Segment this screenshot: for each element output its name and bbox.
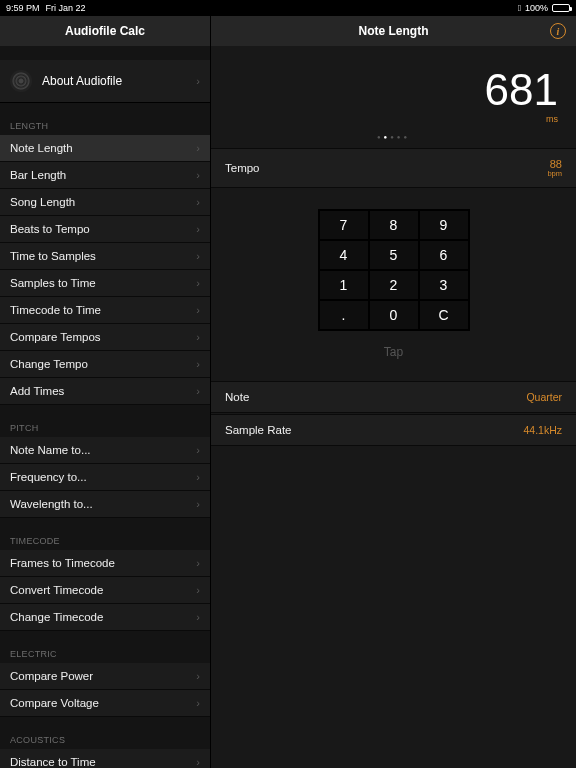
param-tempo[interactable]: Tempo 88 bpm (211, 148, 576, 188)
sidebar-item-about[interactable]: About Audiofile › (0, 60, 210, 103)
sidebar-item-change-timecode[interactable]: Change Timecode› (0, 604, 210, 631)
result-value: 681 (211, 68, 558, 112)
chevron-right-icon: › (196, 444, 200, 456)
numeric-keypad: 7 8 9 4 5 6 1 2 3 . 0 C (318, 209, 470, 331)
status-date: Fri Jan 22 (46, 3, 86, 13)
page-title: Note Length (359, 24, 429, 38)
tap-button[interactable]: Tap (384, 345, 403, 359)
about-label: About Audiofile (42, 74, 122, 88)
chevron-right-icon: › (196, 169, 200, 181)
key-7[interactable]: 7 (320, 211, 368, 239)
key-5[interactable]: 5 (370, 241, 418, 269)
chevron-right-icon: › (196, 250, 200, 262)
chevron-right-icon: › (196, 670, 200, 682)
key-dot[interactable]: . (320, 301, 368, 329)
sidebar-item-song-length[interactable]: Song Length› (0, 189, 210, 216)
key-0[interactable]: 0 (370, 301, 418, 329)
key-1[interactable]: 1 (320, 271, 368, 299)
sidebar-item-wavelength-to[interactable]: Wavelength to...› (0, 491, 210, 518)
chevron-right-icon: › (196, 385, 200, 397)
page-dots[interactable]: ●●●●● (211, 128, 576, 148)
chevron-right-icon: › (196, 277, 200, 289)
battery-icon (552, 4, 570, 12)
header-bar: Audiofile Calc Note Length i (0, 16, 576, 46)
chevron-right-icon: › (196, 223, 200, 235)
section-header-length: LENGTH (0, 103, 210, 135)
key-4[interactable]: 4 (320, 241, 368, 269)
sidebar-item-change-tempo[interactable]: Change Tempo› (0, 351, 210, 378)
note-value: Quarter (526, 391, 562, 403)
sidebar[interactable]: About Audiofile › LENGTH Note Length› Ba… (0, 46, 211, 768)
section-header-acoustics: ACOUSTICS (0, 717, 210, 749)
sidebar-item-note-name-to[interactable]: Note Name to...› (0, 437, 210, 464)
sidebar-title: Audiofile Calc (0, 16, 211, 46)
tempo-unit: bpm (547, 170, 562, 178)
chevron-right-icon: › (196, 304, 200, 316)
sidebar-item-beats-to-tempo[interactable]: Beats to Tempo› (0, 216, 210, 243)
key-clear[interactable]: C (420, 301, 468, 329)
sidebar-item-frequency-to[interactable]: Frequency to...› (0, 464, 210, 491)
status-time: 9:59 PM (6, 3, 40, 13)
sidebar-item-note-length[interactable]: Note Length› (0, 135, 210, 162)
sidebar-item-bar-length[interactable]: Bar Length› (0, 162, 210, 189)
sidebar-item-convert-timecode[interactable]: Convert Timecode› (0, 577, 210, 604)
battery-pct: 100% (525, 3, 548, 13)
chevron-right-icon: › (196, 498, 200, 510)
sidebar-item-frames-to-timecode[interactable]: Frames to Timecode› (0, 550, 210, 577)
note-label: Note (225, 391, 249, 403)
sidebar-item-compare-power[interactable]: Compare Power› (0, 663, 210, 690)
sidebar-item-distance-to-time[interactable]: Distance to Time› (0, 749, 210, 768)
status-bar: 9:59 PM Fri Jan 22 􀙇 100% (0, 0, 576, 16)
sidebar-item-add-times[interactable]: Add Times› (0, 378, 210, 405)
key-6[interactable]: 6 (420, 241, 468, 269)
sidebar-item-time-to-samples[interactable]: Time to Samples› (0, 243, 210, 270)
chevron-right-icon: › (196, 756, 200, 768)
param-sample-rate[interactable]: Sample Rate 44.1kHz (211, 414, 576, 446)
tempo-label: Tempo (225, 162, 260, 174)
content-pane: 681 ms ●●●●● Tempo 88 bpm 7 8 9 4 5 6 1 … (211, 46, 576, 768)
key-3[interactable]: 3 (420, 271, 468, 299)
key-9[interactable]: 9 (420, 211, 468, 239)
chevron-right-icon: › (196, 75, 200, 87)
key-8[interactable]: 8 (370, 211, 418, 239)
info-icon[interactable]: i (550, 23, 566, 39)
chevron-right-icon: › (196, 584, 200, 596)
sample-rate-value: 44.1kHz (523, 424, 562, 436)
chevron-right-icon: › (196, 471, 200, 483)
param-note[interactable]: Note Quarter (211, 381, 576, 413)
result-unit: ms (211, 114, 558, 124)
chevron-right-icon: › (196, 557, 200, 569)
sidebar-item-compare-voltage[interactable]: Compare Voltage› (0, 690, 210, 717)
chevron-right-icon: › (196, 358, 200, 370)
chevron-right-icon: › (196, 331, 200, 343)
chevron-right-icon: › (196, 196, 200, 208)
chevron-right-icon: › (196, 697, 200, 709)
section-header-electric: ELECTRIC (0, 631, 210, 663)
section-header-timecode: TIMECODE (0, 518, 210, 550)
key-2[interactable]: 2 (370, 271, 418, 299)
sidebar-item-samples-to-time[interactable]: Samples to Time› (0, 270, 210, 297)
wifi-icon: 􀙇 (518, 3, 521, 13)
app-logo-icon (10, 70, 32, 92)
sidebar-item-timecode-to-time[interactable]: Timecode to Time› (0, 297, 210, 324)
chevron-right-icon: › (196, 142, 200, 154)
section-header-pitch: PITCH (0, 405, 210, 437)
result-display[interactable]: 681 ms (211, 46, 576, 128)
chevron-right-icon: › (196, 611, 200, 623)
sidebar-item-compare-tempos[interactable]: Compare Tempos› (0, 324, 210, 351)
sample-rate-label: Sample Rate (225, 424, 291, 436)
